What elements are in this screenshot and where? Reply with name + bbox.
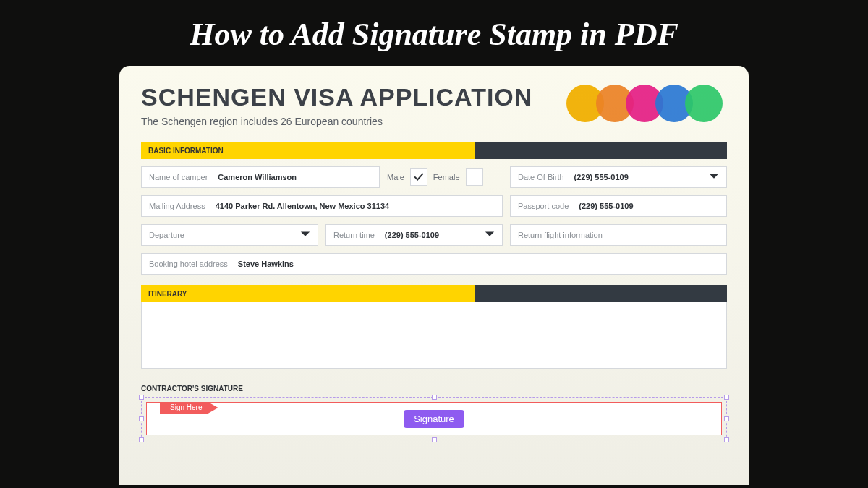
page-title: How to Add Signature Stamp in PDF <box>0 0 868 66</box>
departure-field[interactable]: Departure <box>141 224 318 246</box>
section-label: BASIC INFORMATION <box>141 142 475 159</box>
resize-handle[interactable] <box>432 437 437 442</box>
document-title: SCHENGEN VISA APPLICATION <box>141 83 532 111</box>
return-flight-field[interactable]: Return flight information <box>510 224 727 246</box>
resize-handle[interactable] <box>139 437 144 442</box>
male-label: Male <box>387 173 404 181</box>
document-preview: SCHENGEN VISA APPLICATION The Schengen r… <box>119 66 749 485</box>
male-checkbox[interactable] <box>410 168 427 186</box>
svg-point-4 <box>685 85 723 122</box>
female-label: Female <box>433 173 460 181</box>
resize-handle[interactable] <box>139 416 144 421</box>
resize-handle[interactable] <box>724 395 729 400</box>
chevron-down-icon <box>709 173 719 181</box>
itinerary-body[interactable] <box>141 302 727 369</box>
resize-handle[interactable] <box>432 395 437 400</box>
name-field[interactable]: Name of camper Cameron Williamson <box>141 166 380 188</box>
chevron-down-icon <box>485 231 495 239</box>
overlapping-circles-logo <box>561 83 727 127</box>
section-bar-itinerary: ITINERARY <box>141 285 727 302</box>
resize-handle[interactable] <box>724 437 729 442</box>
section-label: ITINERARY <box>141 285 475 302</box>
hotel-address-field[interactable]: Booking hotel address Steve Hawkins <box>141 253 727 275</box>
signature-section-label: CONTRACTOR'S SIGNATURE <box>141 385 727 393</box>
sign-here-tag: Sign Here <box>160 402 218 414</box>
return-time-field[interactable]: Return time (229) 555-0109 <box>326 224 503 246</box>
section-bar-basic: BASIC INFORMATION <box>141 142 727 159</box>
signature-field[interactable]: Sign Here Signature <box>146 402 722 435</box>
signature-selection-box[interactable]: Sign Here Signature <box>141 397 727 440</box>
chevron-down-icon <box>300 231 310 239</box>
signature-button[interactable]: Signature <box>404 410 464 428</box>
mailing-address-field[interactable]: Mailing Address 4140 Parker Rd. Allentow… <box>141 195 503 217</box>
check-icon <box>414 172 424 182</box>
resize-handle[interactable] <box>139 395 144 400</box>
gender-group: Male Female <box>387 166 503 188</box>
female-checkbox[interactable] <box>466 168 483 186</box>
passport-field[interactable]: Passport code (229) 555-0109 <box>510 195 727 217</box>
resize-handle[interactable] <box>724 416 729 421</box>
document-subtitle: The Schengen region includes 26 European… <box>141 116 532 127</box>
dob-field[interactable]: Date Of Birth (229) 555-0109 <box>510 166 727 188</box>
